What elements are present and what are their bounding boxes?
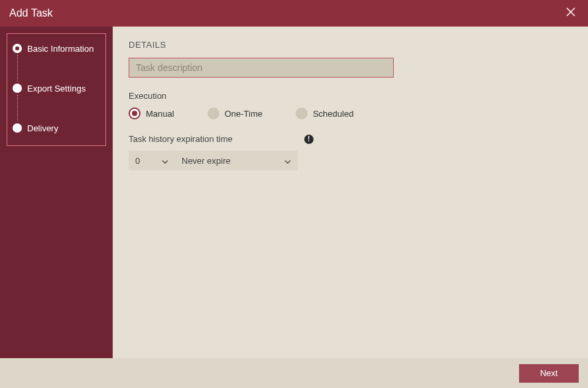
dialog-body: Basic Information Export Settings Delive… [0,27,588,358]
radio-icon [129,107,141,119]
section-title: DETAILS [129,40,572,50]
add-task-dialog: Add Task Basic Information Export Settin… [0,0,588,388]
radio-scheduled[interactable]: Scheduled [296,107,353,119]
dialog-footer: Next [0,358,588,388]
chevron-down-icon [162,156,168,166]
execution-label: Execution [129,91,572,101]
step-connector [13,95,22,121]
next-button[interactable]: Next [519,364,579,383]
step-connector [13,55,22,82]
step-indicator-icon [13,123,22,133]
expiration-row: Task history expiration time ! [129,134,572,144]
radio-one-time[interactable]: One-Time [207,107,263,119]
close-button[interactable] [563,5,579,21]
chevron-down-icon [284,156,291,166]
step-label: Delivery [27,123,58,133]
step-label: Basic Information [27,44,93,54]
radio-icon [207,107,219,119]
step-label: Export Settings [27,84,86,94]
main-panel: DETAILS Execution Manual One-Time Schedu… [113,27,588,358]
radio-icon [296,107,308,119]
radio-manual[interactable]: Manual [129,107,174,119]
expiration-controls: 0 Never expire [129,151,572,170]
close-icon [566,7,575,19]
expiration-unit-select[interactable]: Never expire [175,151,298,170]
wizard-steps: Basic Information Export Settings Delive… [7,33,106,146]
step-indicator-icon [13,44,22,53]
step-delivery[interactable]: Delivery [13,121,100,135]
expiration-number-select[interactable]: 0 [129,151,175,170]
dialog-title: Add Task [9,7,53,19]
step-indicator-icon [13,84,22,93]
info-icon[interactable]: ! [304,135,314,144]
step-basic-information[interactable]: Basic Information [13,42,100,55]
titlebar: Add Task [0,0,588,27]
expiration-label: Task history expiration time [129,134,233,144]
step-export-settings[interactable]: Export Settings [13,82,100,95]
select-value: Never expire [182,156,231,166]
task-description-input[interactable] [129,58,394,78]
execution-radio-group: Manual One-Time Scheduled [129,107,572,119]
wizard-sidebar: Basic Information Export Settings Delive… [0,27,113,358]
radio-label: Manual [146,109,174,119]
radio-label: Scheduled [313,109,353,119]
select-value: 0 [135,156,140,166]
radio-label: One-Time [225,109,263,119]
